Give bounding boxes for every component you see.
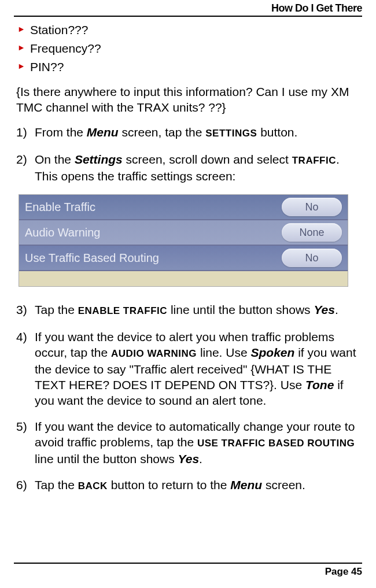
text: line until the button shows <box>167 303 314 316</box>
page-footer: Page 45 <box>14 563 362 578</box>
text: button. <box>257 125 297 139</box>
bullet-list: ► Station??? ► Frequency?? ► PIN?? <box>16 21 360 76</box>
spoken-word: Spoken <box>250 346 294 359</box>
step-body: If you want the device to automatically … <box>35 419 360 467</box>
bullet-text: Frequency?? <box>30 40 101 57</box>
row-label: Use Traffic Based Routing <box>25 252 282 265</box>
step-body: On the Settings screen, scroll down and … <box>35 151 360 184</box>
row-label: Enable Traffic <box>25 201 282 214</box>
row-label: Audio Warning <box>25 226 282 239</box>
step-number: 6) <box>16 477 35 494</box>
text: button to return to the <box>108 478 230 491</box>
triangle-icon: ► <box>16 40 30 55</box>
page-header: How Do I Get There <box>14 0 362 17</box>
step-6: 6) Tap the BACK button to return to the … <box>16 477 360 494</box>
text: Tap the <box>35 478 78 491</box>
yes-word: Yes <box>314 303 335 316</box>
step-number: 2) <box>16 151 35 184</box>
row-value-pill[interactable]: None <box>282 223 342 242</box>
step-1: 1) From the Menu screen, tap the SETTING… <box>16 124 360 141</box>
note-paragraph: {Is there anywhere to input this informa… <box>16 84 360 115</box>
text: . <box>199 452 202 465</box>
text: screen, scroll down and select <box>123 153 292 166</box>
text: screen, tap the <box>119 125 206 139</box>
bullet-item: ► Frequency?? <box>16 40 360 57</box>
traffic-settings-screenshot: Enable Traffic No Audio Warning None Use… <box>19 194 348 287</box>
use-traffic-routing-row[interactable]: Use Traffic Based Routing No <box>19 246 348 271</box>
step-3: 3) Tap the ENABLE TRAFFIC line until the… <box>16 302 360 319</box>
menu-word: Menu <box>87 125 119 139</box>
step-body: From the Menu screen, tap the SETTINGS b… <box>35 124 360 141</box>
text: line. Use <box>197 346 250 359</box>
text: From the <box>35 125 87 139</box>
settings-word: SETTINGS <box>205 128 257 139</box>
step-body: Tap the ENABLE TRAFFIC line until the bu… <box>35 302 360 319</box>
tone-word: Tone <box>305 378 334 391</box>
yes-word: Yes <box>178 452 200 465</box>
text: screen. <box>262 478 305 491</box>
enable-traffic-word: ENABLE TRAFFIC <box>78 305 167 316</box>
step-number: 3) <box>16 302 35 319</box>
row-value-pill[interactable]: No <box>282 249 342 267</box>
row-value-pill[interactable]: No <box>282 198 342 216</box>
audio-warning-row[interactable]: Audio Warning None <box>19 220 348 246</box>
step-2: 2) On the Settings screen, scroll down a… <box>16 151 360 184</box>
text: On the <box>35 153 75 166</box>
screenshot-bottom-strip <box>19 271 348 286</box>
step-list: 1) From the Menu screen, tap the SETTING… <box>16 124 360 184</box>
bullet-item: ► Station??? <box>16 21 360 39</box>
header-title: How Do I Get There <box>271 2 362 14</box>
triangle-icon: ► <box>16 58 30 73</box>
text: . <box>335 303 338 316</box>
page-content: ► Station??? ► Frequency?? ► PIN?? {Is t… <box>14 21 362 494</box>
text: Tap the <box>35 303 78 316</box>
enable-traffic-row[interactable]: Enable Traffic No <box>19 195 348 220</box>
step-5: 5) If you want the device to automatical… <box>16 419 360 467</box>
back-word: BACK <box>78 480 108 491</box>
bullet-text: PIN?? <box>30 58 64 76</box>
step-4: 4) If you want the device to alert you w… <box>16 329 360 408</box>
settings-word: Settings <box>75 153 123 166</box>
bullet-text: Station??? <box>30 21 88 39</box>
triangle-icon: ► <box>16 21 30 36</box>
step-list-continued: 3) Tap the ENABLE TRAFFIC line until the… <box>16 302 360 494</box>
step-body: If you want the device to alert you when… <box>35 329 360 408</box>
traffic-word: TRAFFIC <box>292 155 336 166</box>
text: line until the button shows <box>35 452 178 465</box>
step-number: 4) <box>16 329 35 408</box>
audio-warning-word: AUDIO WARNING <box>111 348 197 359</box>
step-body: Tap the BACK button to return to the Men… <box>35 477 360 494</box>
use-traffic-routing-word: USE TRAFFIC BASED ROUTING <box>197 438 355 449</box>
menu-word: Menu <box>230 478 262 491</box>
page: How Do I Get There ► Station??? ► Freque… <box>0 0 376 588</box>
bullet-item: ► PIN?? <box>16 58 360 76</box>
page-number: Page 45 <box>325 566 362 577</box>
step-number: 5) <box>16 419 35 467</box>
step-number: 1) <box>16 124 35 141</box>
